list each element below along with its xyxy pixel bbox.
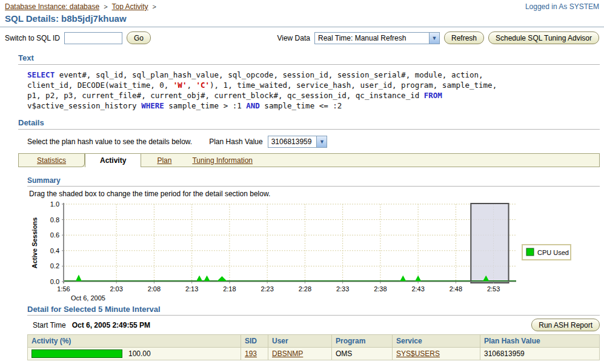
breadcrumb-separator: > <box>153 3 156 10</box>
chart-legend: CPU Used <box>522 245 571 260</box>
divider <box>18 64 600 65</box>
view-data-label: View Data <box>277 34 310 42</box>
activity-value: 100.00 <box>128 349 151 358</box>
schedule-sql-tuning-advisor-button[interactable]: Schedule SQL Tuning Advisor <box>488 31 599 44</box>
table-header-row: Activity (%) SID User Program Service Pl… <box>28 335 600 348</box>
chevron-down-icon: ▼ <box>429 33 439 44</box>
col-service: Service <box>393 335 480 348</box>
service-link[interactable]: SYS$USERS <box>396 349 440 358</box>
drag-instruction: Drag the shaded box to change the time p… <box>29 190 604 198</box>
legend-swatch-cpu-used <box>526 248 534 256</box>
tab-group: Plan Tuning Information <box>141 154 599 167</box>
sql-id-input[interactable] <box>64 32 122 44</box>
plan-hash-value-label: Plan Hash Value <box>209 137 263 146</box>
svg-text:2:23: 2:23 <box>261 285 273 293</box>
tab-tuning-information[interactable]: Tuning Information <box>192 156 253 165</box>
svg-text:0.0: 0.0 <box>50 278 59 285</box>
top-bar: Database Instance: database > Top Activi… <box>0 0 604 11</box>
col-program: Program <box>332 335 393 348</box>
svg-text:1:56: 1:56 <box>57 285 70 293</box>
activity-detail-table: Activity (%) SID User Program Service Pl… <box>27 334 600 360</box>
page-title: SQL Details: b8b5jdj7khuaw <box>5 13 604 24</box>
svg-text:2:13: 2:13 <box>185 285 198 293</box>
svg-text:0.8: 0.8 <box>50 216 59 223</box>
svg-text:2:18: 2:18 <box>223 285 236 293</box>
svg-text:Oct 6, 2005: Oct 6, 2005 <box>71 294 105 302</box>
col-user: User <box>268 335 332 348</box>
breadcrumb-link-top-activity[interactable]: Top Activity <box>112 2 148 11</box>
svg-text:2:43: 2:43 <box>411 285 424 293</box>
svg-text:2:33: 2:33 <box>336 285 349 293</box>
tab-statistics[interactable]: Statistics <box>19 154 85 167</box>
view-data-selected-value: Real Time: Manual Refresh <box>315 34 411 42</box>
plan-hash-instruction: Select the plan hash value to see the de… <box>27 137 192 146</box>
col-sid: SID <box>241 335 268 348</box>
controls-row: Switch to SQL ID Go View Data Real Time:… <box>0 27 604 46</box>
detail-section-heading: Detail for Selected 5 Minute Interval <box>27 305 604 314</box>
divider <box>27 315 600 316</box>
user-link[interactable]: DBSNMP <box>272 349 303 358</box>
svg-text:2:48: 2:48 <box>450 285 462 293</box>
chevron-down-icon: ▼ <box>316 136 327 147</box>
breadcrumb: Database Instance: database > Top Activi… <box>5 2 156 11</box>
svg-text:2:08: 2:08 <box>148 285 161 293</box>
text-section-heading: Text <box>18 53 604 62</box>
logged-in-as: Logged in As SYSTEM <box>525 2 599 11</box>
svg-text:2:38: 2:38 <box>374 285 387 293</box>
divider <box>27 186 600 187</box>
svg-text:1.0: 1.0 <box>50 200 59 208</box>
tab-statistics-label[interactable]: Statistics <box>37 156 66 165</box>
program-value: OMS <box>336 349 352 358</box>
tab-activity-label: Activity <box>100 156 126 165</box>
table-row: 100.00 193 DBSNMP OMS SYS$USERS 31068139… <box>28 348 600 360</box>
svg-text:2:03: 2:03 <box>110 285 122 293</box>
activity-bar <box>32 349 122 358</box>
sid-link[interactable]: 193 <box>245 349 257 358</box>
start-time-row: Start Time Oct 6, 2005 2:49:55 PM Run AS… <box>27 319 600 331</box>
refresh-button[interactable]: Refresh <box>444 31 484 44</box>
svg-text:0.2: 0.2 <box>50 262 59 270</box>
svg-text:CPU Used: CPU Used <box>537 249 569 256</box>
col-activity: Activity (%) <box>28 335 241 348</box>
plan-hash-value-select[interactable]: 3106813959 ▼ <box>268 136 328 148</box>
svg-text:2:28: 2:28 <box>299 285 311 293</box>
svg-text:Active Sessions: Active Sessions <box>31 217 38 268</box>
svg-text:0.6: 0.6 <box>50 231 59 239</box>
switch-to-sql-id-label: Switch to SQL ID <box>5 34 60 42</box>
summary-heading: Summary <box>27 176 604 185</box>
tab-plan[interactable]: Plan <box>157 156 171 165</box>
run-ash-report-button[interactable]: Run ASH Report <box>531 319 600 331</box>
tab-activity[interactable]: Activity <box>85 154 141 167</box>
details-section-heading: Details <box>18 118 604 127</box>
breadcrumb-link-database-instance[interactable]: Database Instance: database <box>5 2 99 11</box>
start-time-label: Start Time <box>33 321 66 329</box>
svg-text:0.4: 0.4 <box>50 247 59 254</box>
plan-hash-selected-value: 3106813959 <box>268 137 317 146</box>
plan-hash-row: Select the plan hash value to see the de… <box>27 136 600 148</box>
svg-text:2:53: 2:53 <box>487 285 500 293</box>
go-button[interactable]: Go <box>127 31 151 44</box>
divider <box>18 129 600 130</box>
chart-canvas[interactable]: 0.00.20.40.60.81.01:562:032:082:132:182:… <box>0 198 604 302</box>
plan-hash-cell-value: 3106813959 <box>484 349 525 358</box>
start-time-value: Oct 6, 2005 2:49:55 PM <box>72 321 150 329</box>
sql-text: SELECT event#, sql_id, sql_plan_hash_val… <box>27 70 600 111</box>
view-data-select[interactable]: Real Time: Manual Refresh ▼ <box>314 32 440 44</box>
col-plan-hash-value: Plan Hash Value <box>480 335 600 348</box>
breadcrumb-separator: > <box>104 3 107 10</box>
tab-bar: Statistics Activity Plan Tuning Informat… <box>18 153 600 167</box>
activity-summary-chart[interactable]: 0.00.20.40.60.81.01:562:032:082:132:182:… <box>0 198 604 302</box>
